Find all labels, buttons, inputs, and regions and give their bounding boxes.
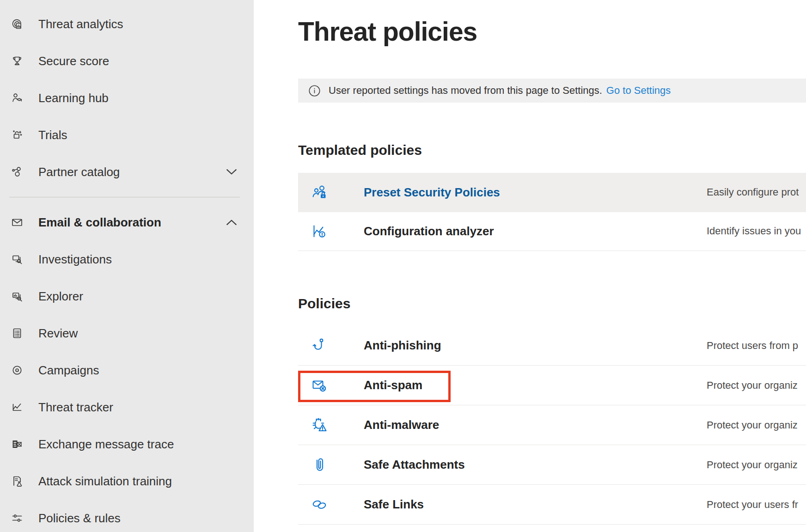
sidebar-item-investigations[interactable]: Investigations [0, 241, 254, 278]
row-description: Protect your users fr [707, 499, 806, 511]
row-preset-security-policies[interactable]: Preset Security PoliciesEasily configure… [298, 173, 806, 212]
trials-icon [10, 128, 24, 142]
row-anti-spam[interactable]: Anti-spamProtect your organiz [298, 366, 806, 405]
row-anti-malware[interactable]: Anti-malwareProtect your organiz [298, 405, 806, 445]
sidebar-item-label: Policies & rules [38, 511, 121, 526]
row-configuration-analyzer[interactable]: Configuration analyzerIdentify issues in… [298, 212, 806, 251]
anti-spam-icon [311, 376, 329, 395]
configuration-analyzer-icon [311, 222, 329, 240]
row-description: Protect your organiz [707, 379, 806, 391]
campaigns-icon [10, 363, 24, 378]
investigations-icon [10, 252, 24, 267]
sidebar-item-explorer[interactable]: Explorer [0, 278, 254, 315]
threat-analytics-icon [10, 17, 24, 31]
sidebar-item-label: Threat tracker [38, 400, 113, 415]
app-window: Threat analyticsSecure scoreLearning hub… [0, 0, 806, 532]
row-safe-links[interactable]: Safe LinksProtect your users fr [298, 485, 806, 525]
sidebar-item-label: Threat analytics [38, 17, 123, 31]
templated-policies-heading: Templated policies [298, 142, 422, 158]
row-label-configuration-analyzer: Configuration analyzer [364, 224, 494, 238]
anti-malware-icon [311, 416, 329, 434]
sidebar-item-label: Partner catalog [38, 165, 120, 179]
sidebar-item-exchange-message-trace[interactable]: Exchange message trace [0, 426, 254, 463]
policies-list: Anti-phishingProtect users from pAnti-sp… [298, 326, 806, 525]
row-label-safe-attachments: Safe Attachments [364, 458, 465, 472]
sidebar-item-threat-tracker[interactable]: Threat tracker [0, 389, 254, 426]
sidebar-item-campaigns[interactable]: Campaigns [0, 352, 254, 389]
sidebar-item-trials[interactable]: Trials [0, 116, 254, 153]
sidebar-item-threat-analytics[interactable]: Threat analytics [0, 6, 254, 43]
safe-links-icon [311, 495, 329, 514]
row-description: Easily configure prot [707, 186, 806, 198]
attack-simulation-training-icon [10, 474, 24, 489]
sidebar-item-label: Review [38, 326, 78, 341]
row-label-anti-phishing: Anti-phishing [364, 338, 441, 353]
chevron-up-icon[interactable] [226, 220, 237, 226]
sidebar-item-label: Learning hub [38, 91, 109, 105]
exchange-message-trace-icon [10, 437, 24, 452]
partner-catalog-icon [10, 165, 24, 179]
sidebar-item-label: Attack simulation training [38, 474, 172, 489]
sidebar-item-policies-rules[interactable]: Policies & rules [0, 500, 254, 532]
row-description: Identify issues in you [707, 225, 806, 237]
row-safe-attachments[interactable]: Safe AttachmentsProtect your organiz [298, 445, 806, 485]
sidebar-item-attack-simulation-training[interactable]: Attack simulation training [0, 463, 254, 500]
sidebar-item-label: Exchange message trace [38, 437, 174, 452]
preset-security-policies-icon [311, 183, 329, 202]
row-description: Protect your organiz [707, 459, 806, 471]
page-title: Threat policies [298, 17, 477, 47]
row-description: Protect users from p [707, 340, 806, 352]
sidebar-item-partner-catalog[interactable]: Partner catalog [0, 153, 254, 190]
secure-score-icon [10, 54, 24, 68]
anti-phishing-icon [311, 336, 329, 355]
sidebar-item-label: Campaigns [38, 363, 99, 378]
learning-hub-icon [10, 91, 24, 105]
row-anti-phishing[interactable]: Anti-phishingProtect users from p [298, 326, 806, 366]
review-icon [10, 326, 24, 341]
sidebar-item-label: Secure score [38, 54, 109, 68]
sidebar-item-secure-score[interactable]: Secure score [0, 43, 254, 79]
safe-attachments-icon [311, 456, 329, 474]
sidebar: Threat analyticsSecure scoreLearning hub… [0, 0, 254, 532]
go-to-settings-link[interactable]: Go to Settings [606, 85, 671, 97]
sidebar-item-learning-hub[interactable]: Learning hub [0, 79, 254, 116]
row-label-anti-malware: Anti-malware [364, 418, 439, 432]
sidebar-item-label: Trials [38, 128, 67, 142]
main-content: Threat policies User reported settings h… [254, 0, 806, 532]
info-icon [308, 85, 321, 97]
policies-rules-icon [10, 511, 24, 526]
chevron-down-icon[interactable] [226, 169, 237, 175]
templated-policies-list: Preset Security PoliciesEasily configure… [298, 173, 806, 251]
sidebar-item-label: Explorer [38, 289, 83, 304]
explorer-icon [10, 289, 24, 304]
sidebar-item-label: Investigations [38, 252, 112, 267]
sidebar-item-email-collaboration[interactable]: Email & collaboration [0, 204, 254, 241]
email-collaboration-icon [10, 215, 24, 230]
threat-tracker-icon [10, 400, 24, 415]
policies-heading: Policies [298, 296, 350, 312]
sidebar-divider [9, 197, 240, 197]
row-label-safe-links: Safe Links [364, 497, 424, 512]
sidebar-nav: Threat analyticsSecure scoreLearning hub… [0, 0, 254, 532]
sidebar-item-review[interactable]: Review [0, 315, 254, 352]
row-label-anti-spam: Anti-spam [364, 378, 422, 392]
row-label-preset-security-policies[interactable]: Preset Security Policies [364, 185, 500, 200]
banner-text: User reported settings has moved from th… [329, 85, 602, 97]
sidebar-item-label: Email & collaboration [38, 215, 161, 230]
row-description: Protect your organiz [707, 419, 806, 431]
info-banner: User reported settings has moved from th… [298, 79, 806, 103]
